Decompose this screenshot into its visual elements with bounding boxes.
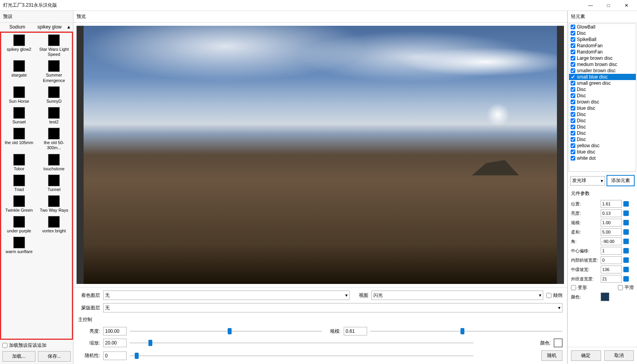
preset-item[interactable]: warm sunflare <box>2 236 36 255</box>
param-center-offset-slider[interactable] <box>623 248 629 253</box>
param-position-slider[interactable] <box>623 201 629 207</box>
param-outer-slider[interactable] <box>623 276 629 282</box>
element-item[interactable]: blue disc <box>569 105 636 111</box>
element-item[interactable]: small green disc <box>569 80 636 86</box>
element-checkbox[interactable] <box>571 50 575 54</box>
element-checkbox[interactable] <box>571 87 575 92</box>
element-checkbox[interactable] <box>571 81 575 86</box>
element-item[interactable]: Disc <box>569 111 636 118</box>
brightness-slider[interactable] <box>130 327 322 335</box>
smooth-checkbox[interactable] <box>618 285 623 290</box>
element-item[interactable]: Disc <box>569 130 636 136</box>
param-brightness-slider[interactable] <box>623 211 629 216</box>
element-checkbox[interactable] <box>571 93 575 98</box>
preset-item[interactable]: Star Wars Light Speed <box>37 34 71 58</box>
preset-item[interactable]: Sun Horse <box>2 86 36 105</box>
element-checkbox[interactable] <box>571 118 575 123</box>
element-item[interactable]: RandomFan <box>569 43 636 49</box>
preset-item[interactable]: vortex bright <box>37 215 71 234</box>
element-checkbox[interactable] <box>571 100 575 104</box>
add-element-button[interactable]: 添加元素 <box>607 175 635 186</box>
element-item[interactable]: Disc <box>569 30 636 36</box>
element-checkbox[interactable] <box>571 62 575 67</box>
element-checkbox[interactable] <box>571 125 575 129</box>
element-item[interactable]: blue disc <box>569 149 636 155</box>
param-mid-slope-slider[interactable] <box>623 267 629 272</box>
element-checkbox[interactable] <box>571 75 575 79</box>
scale-slider[interactable] <box>370 327 562 335</box>
preset-item[interactable]: Summer Emergence <box>37 59 71 84</box>
param-brightness-input[interactable] <box>601 209 622 217</box>
preset-item[interactable]: the old 105mm <box>2 127 36 151</box>
param-color-swatch[interactable] <box>601 293 609 301</box>
preset-item[interactable]: the old 50-300m... <box>37 127 71 151</box>
element-checkbox[interactable] <box>571 37 575 42</box>
random-button[interactable]: 随机 <box>541 350 562 361</box>
element-item[interactable]: yellow disc <box>569 143 636 149</box>
element-item[interactable]: GlowBall <box>569 24 636 30</box>
load-button[interactable]: 加载... <box>2 351 36 362</box>
preset-item[interactable]: under purple <box>2 215 36 234</box>
element-type-select[interactable]: 发光球 ▾ <box>570 176 605 186</box>
deform-checkbox[interactable] <box>571 285 576 290</box>
element-item[interactable]: medium brown disc <box>569 61 636 68</box>
param-inner-slope-slider[interactable] <box>623 257 629 263</box>
param-outer-input[interactable] <box>601 275 622 283</box>
element-checkbox[interactable] <box>571 137 575 142</box>
preset-grid[interactable]: spikey glow2Star Wars Light Speedstargat… <box>0 32 73 340</box>
param-soft-slider[interactable] <box>623 229 629 235</box>
preset-item[interactable]: stargate <box>2 59 36 84</box>
elements-list[interactable]: GlowBallDiscSpikeBallRandomFanRandomFanL… <box>569 23 636 172</box>
element-item[interactable]: Disc <box>569 86 636 93</box>
element-item[interactable]: Disc <box>569 118 636 124</box>
element-item[interactable]: brown disc <box>569 99 636 105</box>
chevron-up-icon[interactable]: ▲ <box>66 24 71 30</box>
element-checkbox[interactable] <box>571 56 575 61</box>
element-item[interactable]: smaller brown disc <box>569 68 636 74</box>
element-checkbox[interactable] <box>571 131 575 136</box>
preset-item[interactable]: Tunnel <box>37 174 71 193</box>
ok-button[interactable]: 确定 <box>571 350 601 361</box>
param-position-input[interactable] <box>601 200 622 208</box>
cancel-button[interactable]: 取消 <box>604 350 634 361</box>
param-angle-slider[interactable] <box>623 239 629 244</box>
element-item[interactable]: Disc <box>569 124 636 130</box>
element-checkbox[interactable] <box>571 156 575 161</box>
preset-item[interactable]: Triad <box>2 174 36 193</box>
brightness-input[interactable] <box>103 327 127 335</box>
preset-item[interactable]: spikey glow2 <box>2 34 36 58</box>
element-checkbox[interactable] <box>571 112 575 117</box>
param-center-offset-input[interactable] <box>601 247 622 255</box>
maximize-button[interactable]: □ <box>600 0 617 11</box>
view-select[interactable]: 闪光 ▾ <box>371 291 543 300</box>
param-scale-input[interactable] <box>601 219 622 227</box>
element-item[interactable]: RandomFan <box>569 49 636 55</box>
element-item[interactable]: Disc <box>569 93 636 99</box>
element-checkbox[interactable] <box>571 25 575 29</box>
element-checkbox[interactable] <box>571 150 575 154</box>
element-item[interactable]: Disc <box>569 136 636 143</box>
preset-item[interactable]: Two Way Rays <box>37 194 71 214</box>
color-layer-select[interactable]: 无 ▾ <box>103 291 350 300</box>
random-slider[interactable] <box>130 352 473 360</box>
param-mid-slope-input[interactable] <box>601 266 622 273</box>
preset-item[interactable]: Sunset <box>2 106 36 125</box>
param-angle-input[interactable] <box>601 237 622 245</box>
element-checkbox[interactable] <box>571 43 575 48</box>
color-swatch[interactable] <box>554 339 562 347</box>
element-item[interactable]: small blue disc <box>569 74 636 80</box>
random-input[interactable] <box>103 352 127 360</box>
param-soft-input[interactable] <box>601 228 622 236</box>
scale-input[interactable] <box>344 327 367 335</box>
flip-checkbox[interactable] <box>546 293 551 298</box>
preset-item[interactable]: Twinkle Green <box>2 194 36 214</box>
mask-layer-select[interactable]: 无 ▾ <box>103 303 562 312</box>
element-checkbox[interactable] <box>571 31 575 36</box>
save-button[interactable]: 保存... <box>38 351 71 362</box>
param-scale-slider[interactable] <box>623 220 629 225</box>
element-checkbox[interactable] <box>571 143 575 148</box>
element-checkbox[interactable] <box>571 106 575 111</box>
element-item[interactable]: white dot <box>569 155 636 161</box>
close-button[interactable]: ✕ <box>617 0 635 11</box>
preview-canvas[interactable] <box>77 26 564 284</box>
